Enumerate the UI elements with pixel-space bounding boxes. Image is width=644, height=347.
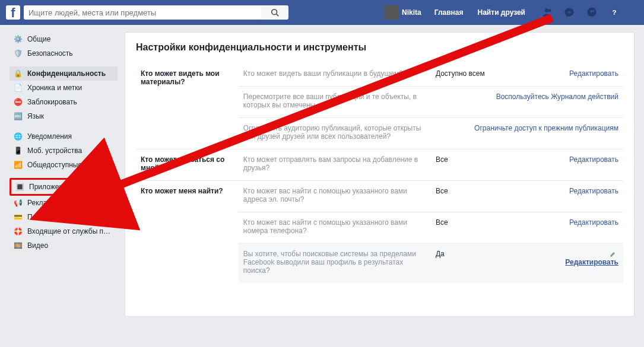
- sidebar-item-block[interactable]: ⛔ Заблокировать: [9, 95, 118, 109]
- timeline-icon: 📄: [13, 83, 23, 93]
- sidebar-item-public-posts[interactable]: 📶 Общедоступные публи…: [9, 158, 118, 172]
- sidebar-item-notifications[interactable]: 🌐 Уведомления: [9, 129, 118, 144]
- sidebar-item-label: Моб. устройства: [27, 147, 82, 155]
- pencil-icon: [610, 251, 616, 257]
- sidebar-item-label: Конфиденциальность: [27, 69, 106, 78]
- sidebar-item-label: Видео: [27, 241, 48, 250]
- apps-icon: 🔳: [15, 182, 24, 192]
- setting-desc: Кто может вас найти с помощью указанного…: [239, 181, 431, 212]
- search-icon: [271, 8, 279, 17]
- username-label: Nikita: [402, 8, 421, 17]
- search-button[interactable]: [261, 5, 288, 20]
- sidebar-item-label: Приложения: [29, 183, 71, 191]
- ads-icon: 📢: [13, 198, 23, 208]
- sidebar-item-label: Общие: [27, 35, 50, 43]
- group-label: Кто может видеть мои материалы?: [136, 63, 239, 149]
- sidebar-item-apps[interactable]: 🔳 Приложения: [9, 178, 118, 196]
- setting-desc: Пересмотрите все ваши публикации и те об…: [239, 87, 431, 118]
- header-right: Nikita Главная Найти друзей ?: [379, 5, 638, 20]
- facebook-logo-icon[interactable]: f: [6, 5, 20, 20]
- search-input[interactable]: [24, 5, 261, 20]
- nav-home[interactable]: Главная: [429, 8, 469, 17]
- setting-value: Все: [431, 181, 553, 212]
- nav-find-friends[interactable]: Найти друзей: [472, 8, 531, 17]
- video-icon: 🎞️: [13, 241, 23, 250]
- setting-row: Кто может видеть мои материалы? Кто може…: [136, 63, 623, 87]
- sidebar-item-timeline[interactable]: 📄 Хроника и метки: [9, 81, 118, 95]
- sidebar-item-label: Платежи: [27, 213, 56, 221]
- page-title: Настройки конфиденциальности и инструмен…: [136, 42, 623, 53]
- setting-row: Кто может меня найти? Кто может вас найт…: [136, 181, 623, 212]
- sidebar-item-payments[interactable]: 💳 Платежи: [9, 210, 118, 224]
- sidebar-item-ads[interactable]: 📢 Реклама: [9, 196, 118, 210]
- search-wrap: [24, 5, 288, 20]
- friend-requests-icon[interactable]: [541, 7, 553, 18]
- shield-icon: 🛡️: [13, 49, 23, 58]
- sidebar-item-label: Уведомления: [27, 132, 72, 141]
- svg-text:?: ?: [612, 8, 616, 16]
- sidebar-item-video[interactable]: 🎞️ Видео: [9, 238, 118, 253]
- feed-icon: 📶: [13, 160, 23, 170]
- messenger-icon[interactable]: [563, 7, 575, 18]
- setting-desc: Ограничить аудиторию публикаций, которые…: [239, 118, 431, 149]
- setting-row: Кто может связаться со мной? Кто может о…: [136, 149, 623, 181]
- support-icon: 🛟: [13, 227, 23, 236]
- svg-point-2: [548, 9, 551, 12]
- setting-desc: Вы хотите, чтобы поисковые системы за пр…: [239, 244, 431, 284]
- top-header: f Nikita Главная Найти друзей ?: [0, 0, 644, 25]
- sidebar-item-label: Язык: [27, 112, 44, 120]
- profile-link[interactable]: Nikita: [379, 5, 426, 20]
- notifications-icon[interactable]: [586, 7, 598, 18]
- settings-content: Настройки конфиденциальности и инструмен…: [125, 32, 635, 317]
- edit-link[interactable]: Редактировать: [569, 218, 618, 227]
- card-icon: 💳: [13, 212, 23, 222]
- svg-line-1: [277, 14, 279, 17]
- lock-icon: 🔒: [13, 69, 23, 78]
- sidebar-item-label: Общедоступные публи…: [27, 161, 110, 169]
- setting-value: Да: [431, 244, 553, 284]
- group-label: Кто может связаться со мной?: [136, 149, 239, 181]
- globe-icon: 🌐: [13, 132, 23, 141]
- sidebar-item-privacy[interactable]: 🔒 Конфиденциальность: [9, 66, 118, 81]
- setting-value: Все: [431, 149, 553, 181]
- block-icon: ⛔: [13, 97, 23, 107]
- setting-value: Все: [431, 212, 553, 244]
- limit-past-posts-link[interactable]: Ограничьте доступ к прежним публикациям: [474, 124, 618, 132]
- sidebar-item-label: Безопасность: [27, 49, 73, 58]
- account-menu-icon[interactable]: [631, 7, 638, 18]
- sidebar-item-language[interactable]: 🔤 Язык: [9, 109, 118, 123]
- edit-link[interactable]: Редактировать: [565, 258, 618, 266]
- sidebar-item-label: Входящие от службы п…: [27, 227, 110, 235]
- setting-desc: Кто может видеть ваши публикации в будущ…: [239, 63, 431, 87]
- activity-log-link[interactable]: Воспользуйтесь Журналом действий: [496, 93, 618, 101]
- edit-link[interactable]: Редактировать: [569, 155, 618, 164]
- sidebar-item-security[interactable]: 🛡️ Безопасность: [9, 46, 118, 61]
- group-label: Кто может меня найти?: [136, 181, 239, 284]
- edit-link[interactable]: Редактировать: [569, 187, 618, 195]
- settings-sidebar: ⚙️ Общие 🛡️ Безопасность 🔒 Конфиденциаль…: [9, 32, 118, 317]
- sidebar-item-mobile[interactable]: 📱 Моб. устройства: [9, 144, 118, 158]
- sidebar-item-general[interactable]: ⚙️ Общие: [9, 32, 118, 46]
- setting-desc: Кто может вас найти с помощью указанного…: [239, 212, 431, 244]
- mobile-icon: 📱: [13, 146, 23, 155]
- gear-icon: ⚙️: [13, 34, 23, 44]
- language-icon: 🔤: [13, 112, 23, 121]
- help-icon[interactable]: ?: [608, 7, 620, 18]
- avatar: [384, 5, 398, 20]
- sidebar-item-support-inbox[interactable]: 🛟 Входящие от службы п…: [9, 224, 118, 238]
- svg-point-0: [272, 9, 277, 15]
- edit-link[interactable]: Редактировать: [569, 69, 618, 78]
- sidebar-item-label: Хроника и метки: [27, 84, 82, 92]
- sidebar-item-label: Заблокировать: [27, 98, 77, 106]
- setting-desc: Кто может отправлять вам запросы на доба…: [239, 149, 431, 181]
- sidebar-item-label: Реклама: [27, 199, 56, 207]
- setting-value: Доступно всем: [431, 63, 553, 87]
